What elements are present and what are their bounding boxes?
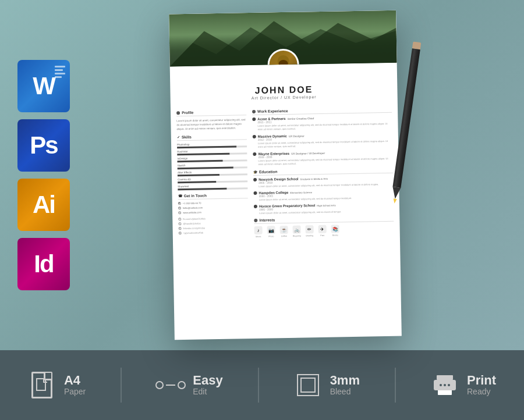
drawing-icon: ✏ [306,225,314,233]
coffee-icon: ☕ [280,226,288,234]
a4-text: A4 Paper [64,374,86,396]
footer-item-edit: Easy Edit [157,369,222,401]
edu-entry-3: Horace Green Preparatory School High Sch… [254,202,394,215]
footer-item-print: Print Ready [431,369,496,401]
resume-header-image [169,10,397,67]
word-icon: W [17,60,70,112]
illustrator-icon: Ai [17,179,70,231]
interests-section-title: Interests [254,216,394,224]
photo-icon: 📷 [267,226,275,234]
id-label: Id [34,250,53,278]
resume-wrapper: JOHN DOE Art Director / UX Developer Pro… [172,12,399,338]
edu-entry-2: Hampden College Elementary Science 2000 … [253,189,393,202]
contact-email: @ hello@outlook.com [178,205,248,209]
photoshop-icon: Ps [17,119,70,172]
resume-right-column: Work Experience Acme & Partners Senior C… [252,107,394,238]
bleed-icon [294,369,322,401]
ai-label: Ai [33,191,55,219]
social-links: ffb.com/u/jdoe2014feb t@handle/johnfoe i… [178,216,248,234]
resume-left-column: Profile Lorem ipsum dolor sit amet, cons… [176,109,249,239]
ps-label: Ps [30,131,57,159]
contact-website: w www.website.com [178,210,248,214]
edu-entry-1: Newyork Design School Graduate in Media … [253,176,393,188]
education-section-title: 🎓 Education [253,168,393,176]
main-area: W Ps Ai Id [0,0,524,350]
a4-icon [28,369,56,401]
word-label: W [33,72,55,100]
footer-bar: A4 Paper Easy Edit 3mm Bleed [0,350,524,420]
footer-divider-1 [121,368,122,403]
work-entry-2: Massive Dynamic UX Designer 2012 - 2010 … [253,133,392,149]
footer-divider-2 [258,368,259,403]
work-entry-1: Acme & Partners Senior Creative Chief 20… [252,115,392,131]
skills-list: Photoshop Illustrator InDesign Sketch Af… [177,142,247,190]
contact-section-title: ☎ Get in Touch [178,193,248,200]
bleed-text: 3mm Bleed [330,374,360,396]
skills-section-title: ✓ Skills [177,134,247,141]
resume-body: Profile Lorem ipsum dolor sit amet, cons… [171,102,400,245]
edit-icon [157,369,185,401]
print-icon [431,369,459,401]
interests-list: ♪Music 📷Photo ☕Coffee 🚲Bicycling ✏Drawin… [254,224,394,238]
edit-text: Easy Edit [193,374,222,396]
profile-text: Lorem ipsum dolor sit amet, consectetur … [176,118,246,131]
footer-item-bleed: 3mm Bleed [294,369,360,401]
music-icon: ♪ [254,226,263,234]
bike-icon: 🚲 [293,226,301,234]
resume-name-area: JOHN DOE Art Director / UX Developer [170,63,398,106]
contact-phone: ☎ +1 202-555-44 70 [178,201,248,205]
footer-divider-3 [395,368,396,403]
pets-icon: ✈ [318,225,327,233]
software-icons: W Ps Ai Id [17,60,70,290]
indesign-icon: Id [17,238,70,290]
footer-item-a4: A4 Paper [28,369,86,401]
print-text: Print Ready [467,374,496,396]
profile-section-title: Profile [176,109,246,116]
resume-document: JOHN DOE Art Director / UX Developer Pro… [169,10,402,340]
work-entry-3: Wayne Enterprises UX Designer / UI Devel… [253,150,392,166]
books-icon: 📚 [331,225,339,233]
work-section-title: Work Experience [252,107,392,115]
